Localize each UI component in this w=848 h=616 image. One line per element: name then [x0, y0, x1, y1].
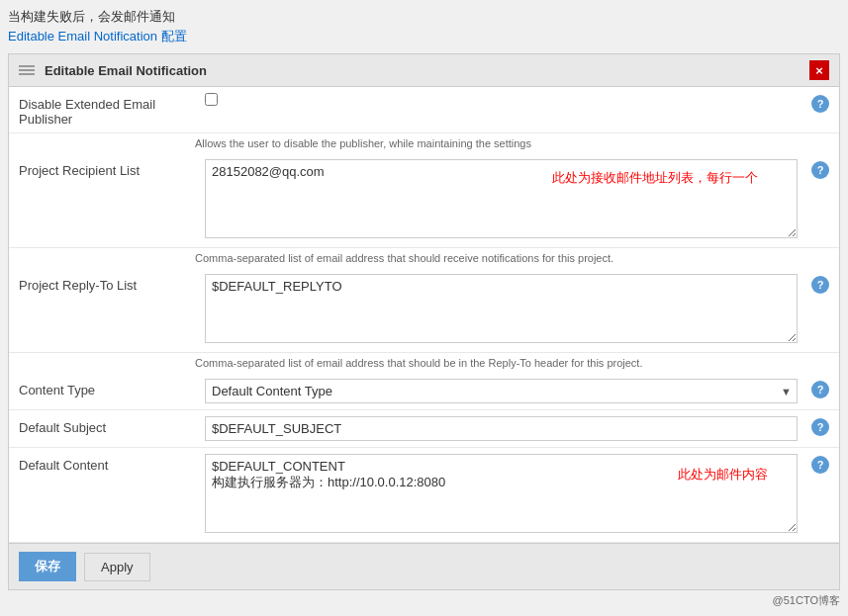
apply-button[interactable]: Apply — [84, 553, 150, 581]
grip-icon — [19, 65, 35, 75]
content-type-select-wrapper: Default Content Type HTML Plain Text Bot… — [205, 379, 798, 403]
default-content-row: Default Content $DEFAULT_CONTENT 构建执行服务器… — [9, 448, 839, 543]
disable-hint: Allows the user to disable the publisher… — [9, 133, 839, 153]
default-content-help: ? — [805, 454, 829, 474]
default-subject-row: Default Subject ? — [9, 410, 839, 448]
default-content-textarea-container: $DEFAULT_CONTENT 构建执行服务器为：http://10.0.0.… — [205, 454, 798, 536]
description-text: 当构建失败后，会发邮件通知 — [8, 8, 840, 26]
close-button[interactable]: × — [809, 60, 829, 80]
replyto-help: ? — [805, 274, 829, 294]
disable-label: Disable Extended Email Publisher — [19, 93, 197, 127]
default-subject-label: Default Subject — [19, 416, 197, 435]
content-type-label: Content Type — [19, 379, 197, 397]
replyto-content: $DEFAULT_REPLYTO — [205, 274, 798, 346]
default-subject-input[interactable] — [205, 416, 798, 441]
replyto-textarea[interactable]: $DEFAULT_REPLYTO — [205, 274, 798, 343]
disable-help: ? — [805, 93, 829, 113]
default-subject-content — [205, 416, 798, 441]
recipient-label: Project Recipient List — [19, 159, 197, 178]
disable-content — [205, 93, 798, 106]
disable-row: Disable Extended Email Publisher ? — [9, 87, 839, 133]
panel-header: Editable Email Notification × — [9, 54, 839, 87]
replyto-row: Project Reply-To List $DEFAULT_REPLYTO ? — [9, 268, 839, 353]
page-wrapper: 当构建失败后，会发邮件通知 Editable Email Notificatio… — [0, 0, 848, 616]
recipient-row: Project Recipient List 28152082@qq.com 此… — [9, 153, 839, 248]
default-content-help-icon[interactable]: ? — [811, 456, 829, 474]
content-type-row: Content Type Default Content Type HTML P… — [9, 373, 839, 410]
panel-title: Editable Email Notification — [45, 63, 207, 78]
default-content-textarea[interactable]: $DEFAULT_CONTENT 构建执行服务器为：http://10.0.0.… — [205, 454, 798, 533]
recipient-help: ? — [805, 159, 829, 179]
replyto-hint: Comma-separated list of email address th… — [9, 353, 839, 373]
content-type-help-icon[interactable]: ? — [811, 381, 829, 398]
recipient-content: 28152082@qq.com 此处为接收邮件地址列表，每行一个 — [205, 159, 798, 241]
default-subject-help-icon[interactable]: ? — [811, 418, 829, 436]
content-type-content: Default Content Type HTML Plain Text Bot… — [205, 379, 798, 403]
config-link[interactable]: Editable Email Notification 配置 — [8, 28, 840, 45]
recipient-help-icon[interactable]: ? — [811, 161, 829, 179]
content-type-help: ? — [805, 379, 829, 398]
disable-help-icon[interactable]: ? — [811, 95, 829, 113]
content-type-select[interactable]: Default Content Type HTML Plain Text Bot… — [205, 379, 798, 403]
default-content-content: $DEFAULT_CONTENT 构建执行服务器为：http://10.0.0.… — [205, 454, 798, 536]
panel-title-area: Editable Email Notification — [19, 63, 207, 78]
recipient-hint: Comma-separated list of email address th… — [9, 248, 839, 268]
main-panel: Editable Email Notification × Disable Ex… — [8, 53, 840, 590]
replyto-help-icon[interactable]: ? — [811, 276, 829, 294]
default-content-label: Default Content — [19, 454, 197, 473]
replyto-label: Project Reply-To List — [19, 274, 197, 293]
recipient-textarea[interactable]: 28152082@qq.com — [205, 159, 798, 238]
recipient-textarea-container: 28152082@qq.com 此处为接收邮件地址列表，每行一个 — [205, 159, 798, 241]
watermark: @51CTO博客 — [773, 593, 840, 608]
save-button[interactable]: 保存 — [19, 552, 76, 581]
footer-bar: 保存 Apply — [9, 543, 839, 589]
default-subject-help: ? — [805, 416, 829, 436]
disable-checkbox[interactable] — [205, 93, 218, 106]
